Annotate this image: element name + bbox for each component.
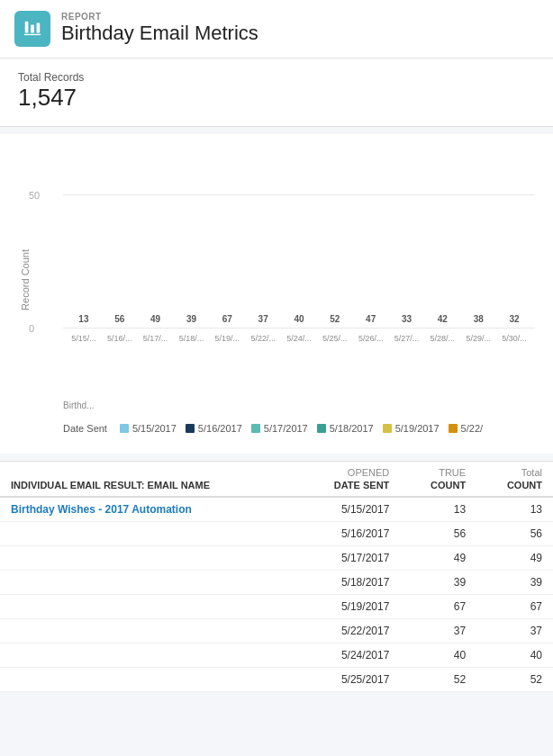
count-cell-3: 39 [400, 571, 476, 595]
legend-color-3 [317, 424, 326, 433]
x-secondary-label: Birthd... [18, 400, 535, 410]
email-name-cell-7 [0, 668, 296, 692]
date-sent-cell-0: 5/15/2017 [296, 497, 400, 522]
bar-value-label-9: 33 [402, 314, 412, 324]
total-records-section: Total Records 1,547 [0, 58, 553, 127]
table-row: 5/25/20175252 [0, 668, 553, 692]
total-cell-0: 13 [476, 497, 553, 522]
bar-value-label-1: 56 [114, 314, 124, 324]
legend-label-0: 5/15/2017 [132, 423, 177, 434]
x-label-0: 5/15/... [67, 334, 101, 343]
chart-section: Record Count 50 0 1356493967374052473342… [0, 134, 553, 454]
legend-color-2 [251, 424, 260, 433]
legend-color-0 [120, 424, 129, 433]
count-cell-2: 49 [400, 546, 476, 571]
table-row: 5/22/20173737 [0, 619, 553, 644]
total-cell-6: 40 [476, 644, 553, 668]
table-sub-header: INDIVIDUAL EMAIL RESULT: EMAIL NAMEDATE … [0, 478, 553, 497]
date-sent-cell-6: 5/24/2017 [296, 644, 400, 668]
metrics-table: OPENEDTRUETotal INDIVIDUAL EMAIL RESULT:… [0, 462, 553, 692]
legend-color-4 [383, 424, 392, 433]
x-label-7: 5/25/... [318, 334, 352, 343]
legend-label-3: 5/18/2017 [330, 423, 374, 434]
gridline-label-0: 0 [29, 323, 34, 334]
email-name-cell-0[interactable]: Birthday Wishes - 2017 Automation [0, 497, 296, 522]
date-sent-cell-2: 5/17/2017 [296, 546, 400, 571]
sub-header-2: COUNT [400, 478, 476, 497]
legend-item-4: 5/19/2017 [383, 423, 440, 434]
x-label-9: 5/27/... [390, 334, 424, 343]
bar-value-label-10: 42 [438, 314, 448, 324]
x-label-5: 5/22/... [246, 334, 280, 343]
report-label: REPORT [61, 12, 258, 22]
count-cell-7: 52 [400, 668, 476, 692]
date-sent-cell-3: 5/18/2017 [296, 571, 400, 595]
legend-label-4: 5/19/2017 [395, 423, 440, 434]
total-records-value: 1,547 [18, 84, 535, 112]
bar-value-label-8: 47 [366, 314, 376, 324]
table-row: 5/24/20174040 [0, 644, 553, 668]
total-cell-4: 67 [476, 595, 553, 619]
bar-value-label-3: 39 [186, 314, 196, 324]
email-name-cell-6 [0, 644, 296, 668]
legend-item-3: 5/18/2017 [317, 423, 374, 434]
chart-inner: 50 0 13564939673740524733423832 5/15/...… [63, 148, 535, 364]
count-cell-1: 56 [400, 522, 476, 546]
top-header-1: OPENED [296, 462, 400, 478]
table-row: 5/17/20174949 [0, 546, 553, 571]
bar-value-label-12: 32 [509, 314, 519, 324]
table-row: Birthday Wishes - 2017 Automation5/15/20… [0, 497, 553, 522]
x-label-6: 5/24/... [282, 334, 316, 343]
total-cell-5: 37 [476, 619, 553, 644]
email-name-cell-1 [0, 522, 296, 546]
bar-value-label-2: 49 [150, 314, 160, 324]
table-row: 5/18/20173939 [0, 571, 553, 595]
legend-item-0: 5/15/2017 [120, 423, 177, 434]
x-label-10: 5/28/... [425, 334, 459, 343]
date-sent-cell-4: 5/19/2017 [296, 595, 400, 619]
sub-header-1: DATE SENT [296, 478, 400, 497]
chart-legend: Date Sent 5/15/20175/16/20175/17/20175/1… [18, 416, 535, 445]
bar-value-label-6: 40 [294, 314, 304, 324]
x-label-4: 5/19/... [210, 334, 244, 343]
top-header-2: TRUE [400, 462, 476, 478]
date-sent-cell-7: 5/25/2017 [296, 668, 400, 692]
svg-rect-1 [31, 24, 34, 32]
legend-prefix: Date Sent [63, 423, 107, 434]
email-name-cell-4 [0, 595, 296, 619]
sub-header-0: INDIVIDUAL EMAIL RESULT: EMAIL NAME [0, 478, 296, 497]
y-axis-label: Record Count [20, 249, 31, 310]
legend-color-1 [186, 424, 195, 433]
top-header-3: Total [476, 462, 553, 478]
count-cell-0: 13 [400, 497, 476, 522]
email-name-cell-3 [0, 571, 296, 595]
x-label-12: 5/30/... [497, 334, 531, 343]
report-title: Birthday Email Metrics [61, 22, 258, 45]
total-records-label: Total Records [18, 71, 535, 84]
count-cell-6: 40 [400, 644, 476, 668]
x-label-1: 5/16/... [103, 334, 137, 343]
legend-item-5: 5/22/ [449, 423, 483, 434]
svg-rect-0 [25, 22, 29, 33]
top-header-0 [0, 462, 296, 478]
table-body: Birthday Wishes - 2017 Automation5/15/20… [0, 497, 553, 692]
legend-item-2: 5/17/2017 [251, 423, 308, 434]
legend-color-5 [449, 424, 458, 433]
x-label-3: 5/18/... [175, 334, 209, 343]
total-cell-1: 56 [476, 522, 553, 546]
bar-value-label-11: 38 [474, 314, 484, 324]
x-label-11: 5/29/... [461, 334, 495, 343]
bar-value-label-4: 67 [222, 314, 232, 324]
total-cell-3: 39 [476, 571, 553, 595]
table-section: OPENEDTRUETotal INDIVIDUAL EMAIL RESULT:… [0, 461, 553, 692]
bar-value-label-0: 13 [78, 314, 88, 324]
count-cell-4: 67 [400, 595, 476, 619]
svg-rect-2 [37, 23, 41, 33]
legend-label-1: 5/16/2017 [198, 423, 242, 434]
email-name-cell-5 [0, 619, 296, 644]
total-cell-7: 52 [476, 668, 553, 692]
header-text: REPORT Birthday Email Metrics [61, 12, 258, 45]
report-icon [14, 11, 50, 47]
count-cell-5: 37 [400, 619, 476, 644]
date-sent-cell-5: 5/22/2017 [296, 619, 400, 644]
